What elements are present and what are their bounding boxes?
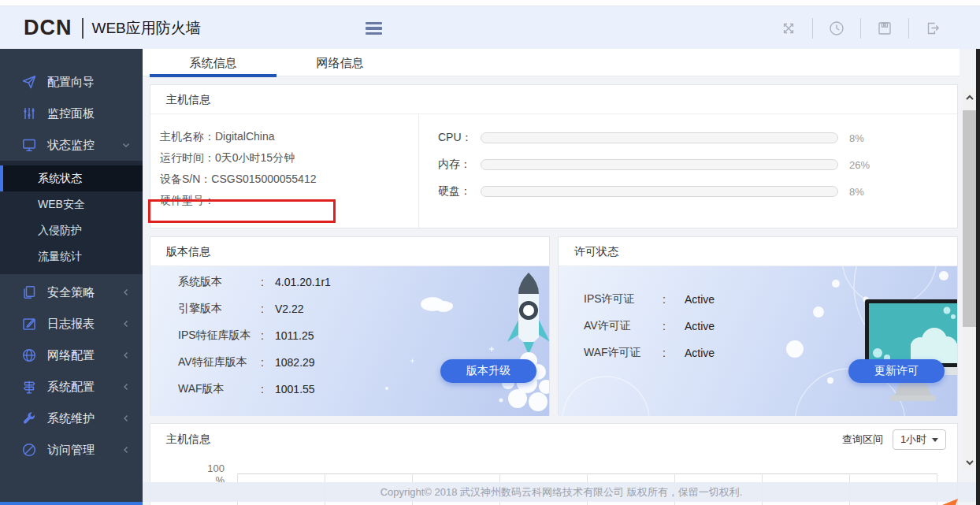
window-top-margin — [0, 0, 980, 6]
menu-toggle-button[interactable] — [366, 19, 386, 38]
chevron-left-icon — [120, 317, 132, 330]
license-status-body: IPS许可证:Active AV许可证:Active WAF许可证:Active… — [559, 266, 957, 416]
scrollbar-thumb[interactable] — [963, 110, 976, 327]
memory-percent: 26% — [849, 159, 870, 171]
sidebar-item-system-config[interactable]: 系统配置 — [0, 371, 143, 403]
panel-title: 主机信息 — [150, 85, 957, 114]
host-chart-header: 主机信息 查询区间 1小时 — [150, 424, 957, 455]
app-header: DCN WEB应用防火墙 — [0, 6, 980, 50]
scrollbar-up-arrow-icon[interactable] — [963, 91, 976, 104]
scrollbar-down-arrow-icon[interactable] — [963, 455, 976, 469]
license-status-value: Active — [685, 347, 715, 359]
status-monitor-submenu: 系统状态 WEB安全 入侵防护 流量统计 — [0, 161, 143, 274]
sidebar-item-log-report[interactable]: 日志报表 — [0, 308, 143, 340]
footer: Copyright© 2018 武汉神州数码云科网络技术有限公司 版权所有，保留… — [143, 482, 980, 502]
chevron-left-icon — [120, 349, 132, 362]
engine-version-row: 引擎版本:V2.22 — [178, 295, 549, 322]
submenu-item-label: WEB安全 — [38, 198, 85, 210]
range-select[interactable]: 1小时 — [893, 429, 946, 450]
metric-label: 硬盘 — [438, 184, 460, 197]
window-right-edge — [976, 49, 980, 505]
vertical-scrollbar[interactable] — [963, 91, 976, 469]
license-status-panel: 许可状态 — [558, 236, 958, 415]
tab-system-info[interactable]: 系统信息 — [150, 49, 277, 76]
pages-icon — [21, 284, 37, 300]
paper-plane-icon — [21, 74, 37, 90]
sidebar-subitem-web-security[interactable]: WEB安全 — [0, 191, 143, 217]
sidebar-item-label: 安全策略 — [47, 285, 95, 300]
host-name-row: 主机名称：DigitalChina — [160, 126, 418, 147]
sidebar-item-label: 状态监控 — [47, 138, 95, 153]
sidebar-item-label: 网络配置 — [47, 348, 95, 363]
chevron-left-icon — [120, 444, 132, 456]
edit-icon — [21, 316, 37, 332]
copyright-text: Copyright© 2018 武汉神州数码云科网络技术有限公司 版权所有，保留… — [380, 485, 743, 499]
wrench-icon — [21, 410, 37, 426]
header-actions — [765, 6, 956, 50]
sidebar-item-security-policy[interactable]: 安全策略 — [0, 277, 143, 308]
logout-icon[interactable] — [909, 13, 956, 44]
host-info-panel: 主机信息 主机名称：DigitalChina 运行时间：0天0小时15分钟 设备… — [150, 84, 958, 228]
sidebar-item-label: 监控面板 — [47, 106, 95, 121]
app-title: WEB应用防火墙 — [92, 18, 201, 39]
host-metrics: CPU： 8% 内存： 26% 硬盘： 8% — [419, 114, 957, 229]
field-label: 运行时间 — [160, 151, 204, 164]
signpost-icon — [21, 379, 37, 395]
chevron-left-icon — [120, 381, 132, 393]
license-status-value: Active — [685, 320, 715, 332]
submenu-item-label: 流量统计 — [38, 250, 82, 262]
disk-progress-track — [481, 186, 838, 197]
sidebar-bottom-accent — [0, 502, 143, 505]
cpu-percent: 8% — [849, 132, 864, 144]
license-status-value: Active — [685, 293, 715, 306]
sidebar-item-system-maintenance[interactable]: 系统维护 — [0, 403, 143, 434]
sidebar-item-monitor-panel[interactable]: 监控面板 — [0, 98, 143, 129]
serial-number-row: 设备S/N：CSGS015000055412 — [160, 169, 418, 190]
sidebar-subitem-system-status[interactable]: 系统状态 — [0, 165, 143, 191]
field-label: 设备S/N — [160, 173, 200, 185]
expand-icon[interactable] — [765, 13, 812, 44]
waf-dashboard-page: { "colors": { "accent_blue": "#3a6ce2", … — [0, 0, 980, 505]
sidebar-item-config-wizard[interactable]: 配置向导 — [0, 66, 143, 98]
cpu-usage-row: CPU： 8% — [419, 124, 957, 151]
disk-usage-row: 硬盘： 8% — [419, 178, 957, 205]
tab-network-info[interactable]: 网络信息 — [277, 49, 403, 76]
sidebar-subitem-traffic-stats[interactable]: 流量统计 — [0, 243, 143, 269]
range-select-value: 1小时 — [900, 433, 926, 447]
host-fields: 主机名称：DigitalChina 运行时间：0天0小时15分钟 设备S/N：C… — [150, 114, 419, 229]
sidebar-item-label: 配置向导 — [47, 75, 95, 90]
tab-bar: 系统信息 网络信息 — [143, 49, 960, 76]
chevron-left-icon — [120, 412, 132, 425]
clock-icon[interactable] — [813, 13, 860, 44]
submenu-item-label: 系统状态 — [38, 172, 82, 184]
sidebar: 配置向导 监控面板 状态监控 系统状态 WEB安全 — [0, 49, 143, 505]
memory-progress-track — [481, 159, 838, 170]
license-rows: IPS许可证:Active AV许可证:Active WAF许可证:Active — [559, 266, 957, 366]
panel-title: 版本信息 — [150, 237, 549, 266]
sidebar-item-network-config[interactable]: 网络配置 — [0, 340, 143, 371]
upgrade-version-button[interactable]: 版本升级 — [440, 359, 536, 383]
sidebar-item-label: 系统维护 — [47, 411, 95, 426]
sidebar-item-status-monitor[interactable]: 状态监控 — [0, 129, 143, 161]
disk-percent: 8% — [849, 186, 864, 198]
field-value: CSGS015000055412 — [211, 173, 316, 185]
sidebar-subitem-intrusion-prevention[interactable]: 入侵防护 — [0, 217, 143, 243]
logo-divider — [82, 18, 84, 39]
memory-usage-row: 内存： 26% — [419, 151, 957, 178]
dcn-logo: DCN — [24, 16, 72, 40]
sidebar-item-label: 系统配置 — [47, 380, 95, 395]
tab-label: 系统信息 — [190, 56, 237, 69]
sidebar-item-access-management[interactable]: 访问管理 — [0, 434, 143, 466]
sidebar-item-label: 日志报表 — [47, 317, 95, 332]
monitor-icon — [21, 137, 37, 153]
metric-label: 内存 — [438, 158, 460, 170]
ips-license-row: IPS许可证:Active — [584, 286, 957, 313]
panel-title: 主机信息 — [166, 433, 210, 447]
field-label: 硬件型号 — [160, 194, 204, 206]
query-range-group: 查询区间 1小时 — [842, 429, 946, 450]
active-tab-underline — [150, 74, 277, 77]
query-range-label: 查询区间 — [842, 433, 883, 447]
renew-license-button[interactable]: 更新许可 — [848, 359, 945, 383]
version-info-panel: 版本信息 — [150, 236, 550, 415]
save-icon[interactable] — [861, 13, 908, 44]
